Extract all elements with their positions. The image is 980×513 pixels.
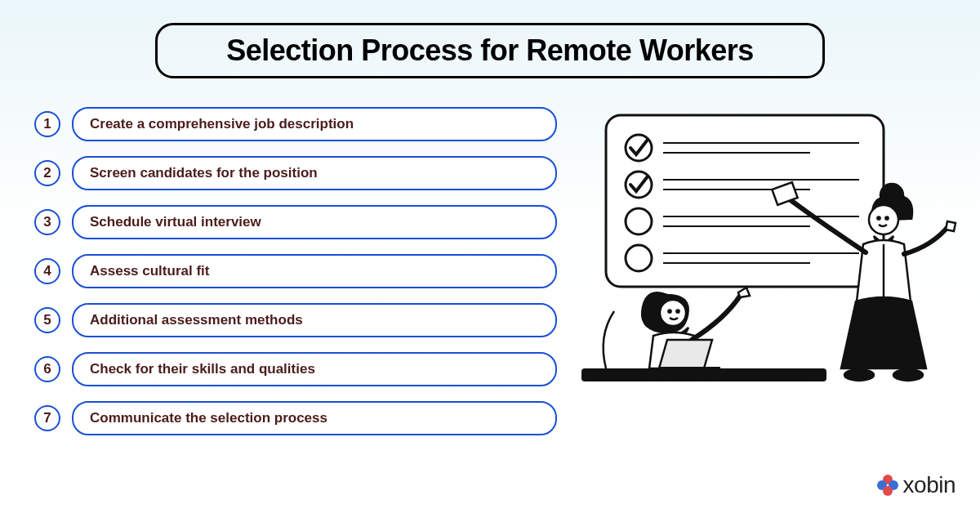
step-number-badge: 6 — [34, 356, 60, 382]
step-label: Schedule virtual interview — [72, 205, 557, 239]
step-label: Screen candidates for the position — [72, 156, 557, 190]
step-number-badge: 2 — [34, 160, 60, 186]
list-item: 3 Schedule virtual interview — [34, 205, 557, 239]
steps-list: 1 Create a comprehensive job description… — [34, 107, 557, 450]
svg-point-14 — [660, 300, 686, 326]
svg-point-19 — [877, 216, 880, 219]
step-label: Assess cultural fit — [72, 254, 557, 288]
list-item: 5 Additional assessment methods — [34, 303, 557, 337]
step-number-badge: 7 — [34, 405, 60, 431]
svg-point-18 — [869, 205, 898, 234]
list-item: 2 Screen candidates for the position — [34, 156, 557, 190]
step-label: Create a comprehensive job description — [72, 107, 557, 141]
brand-name: xobin — [903, 472, 956, 498]
illustration — [557, 107, 957, 450]
step-label: Check for their skills and qualities — [72, 352, 557, 386]
list-item: 4 Assess cultural fit — [34, 254, 557, 288]
list-item: 7 Communicate the selection process — [34, 401, 557, 435]
svg-point-15 — [668, 310, 670, 312]
step-number-badge: 5 — [34, 307, 60, 333]
list-item: 1 Create a comprehensive job description — [34, 107, 557, 141]
checklist-presentation-icon — [581, 107, 957, 401]
page-title-box: Selection Process for Remote Workers — [155, 23, 825, 78]
step-number-badge: 4 — [34, 258, 60, 284]
step-number-badge: 1 — [34, 111, 60, 137]
brand-logo-icon — [877, 475, 898, 496]
brand-logo: xobin — [877, 472, 956, 498]
svg-point-16 — [676, 310, 679, 312]
svg-point-23 — [844, 369, 874, 381]
svg-point-24 — [893, 369, 923, 381]
list-item: 6 Check for their skills and qualities — [34, 352, 557, 386]
svg-rect-13 — [581, 368, 826, 381]
step-label: Additional assessment methods — [72, 303, 557, 337]
step-number-badge: 3 — [34, 209, 60, 235]
svg-point-20 — [885, 216, 888, 219]
page-title: Selection Process for Remote Workers — [182, 33, 798, 68]
content-area: 1 Create a comprehensive job description… — [0, 107, 980, 450]
step-label: Communicate the selection process — [72, 401, 557, 435]
